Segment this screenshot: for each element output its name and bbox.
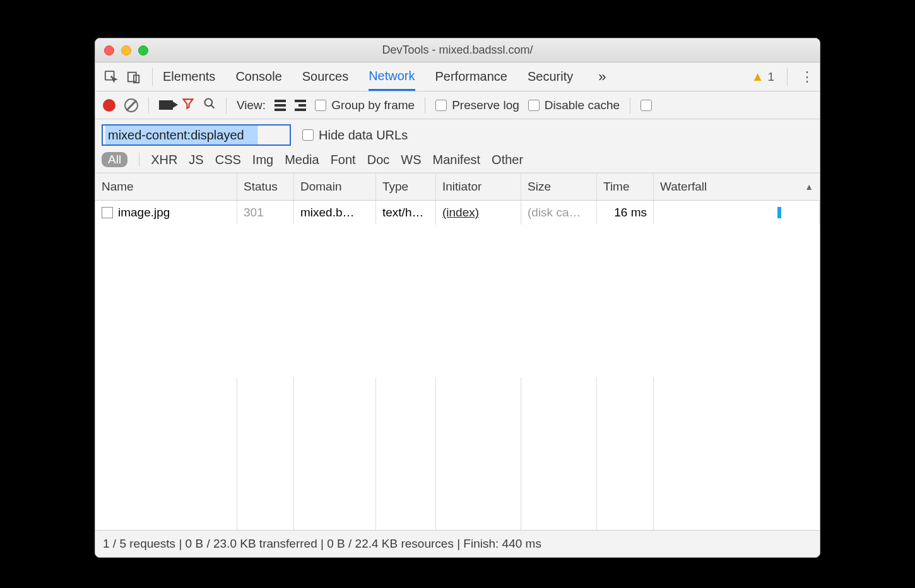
clear-button[interactable] <box>124 98 138 112</box>
col-size[interactable]: Size <box>521 173 597 200</box>
col-type[interactable]: Type <box>376 173 436 200</box>
disable-cache-checkbox[interactable]: Disable cache <box>528 98 620 112</box>
col-name[interactable]: Name <box>95 173 237 200</box>
status-bar: 1 / 5 requests | 0 B / 23.0 KB transferr… <box>95 530 820 557</box>
cell-status[interactable]: 301 <box>237 201 294 225</box>
col-initiator[interactable]: Initiator <box>436 173 521 200</box>
record-button[interactable] <box>103 99 115 112</box>
filter-pill-font[interactable]: Font <box>331 153 356 167</box>
filter-pill-xhr[interactable]: XHR <box>151 153 177 167</box>
view-label: View: <box>237 98 266 112</box>
titlebar: DevTools - mixed.badssl.com/ <box>95 38 820 62</box>
tab-security[interactable]: Security <box>528 62 573 91</box>
device-toolbar-icon[interactable] <box>126 69 142 85</box>
filter-pill-doc[interactable]: Doc <box>367 153 390 167</box>
filter-input[interactable] <box>102 124 291 146</box>
svg-line-4 <box>211 105 215 108</box>
tab-network[interactable]: Network <box>369 62 415 91</box>
cell-domain[interactable]: mixed.b… <box>294 201 376 225</box>
requests-table-header: Name Status Domain Type Initiator Size T… <box>95 173 820 201</box>
table-empty-area <box>95 377 820 530</box>
filter-pill-ws[interactable]: WS <box>401 153 421 167</box>
type-filter-pills: All XHR JS CSS Img Media Font Doc WS Man… <box>102 152 813 167</box>
svg-rect-1 <box>128 72 136 81</box>
large-rows-icon[interactable] <box>274 100 286 111</box>
cell-time[interactable]: 16 ms <box>597 201 654 225</box>
panel-tabs: Elements Console Sources Network Perform… <box>163 62 606 91</box>
preserve-log-checkbox[interactable]: Preserve log <box>435 98 519 112</box>
devtools-window: DevTools - mixed.badssl.com/ Elements Co… <box>95 38 820 558</box>
filter-bar: Hide data URLs All XHR JS CSS Img Media … <box>95 119 820 173</box>
tab-sources[interactable]: Sources <box>302 62 348 91</box>
settings-menu-button[interactable]: ⋮ <box>800 69 815 85</box>
screenshots-button[interactable] <box>159 100 173 110</box>
cell-waterfall[interactable] <box>654 201 820 225</box>
small-rows-icon[interactable] <box>295 100 306 111</box>
search-icon[interactable] <box>203 97 216 114</box>
tab-console[interactable]: Console <box>235 62 281 91</box>
tab-elements[interactable]: Elements <box>163 62 215 91</box>
filter-pill-manifest[interactable]: Manifest <box>432 153 480 167</box>
group-by-frame-checkbox[interactable]: Group by frame <box>315 98 415 112</box>
filter-pill-other[interactable]: Other <box>492 153 523 167</box>
tabs-overflow-button[interactable]: » <box>598 69 606 85</box>
col-status[interactable]: Status <box>237 173 294 200</box>
filter-pill-css[interactable]: CSS <box>215 153 241 167</box>
filter-icon[interactable] <box>182 97 194 114</box>
sort-asc-icon: ▲ <box>805 182 813 192</box>
requests-table-body: image.jpg 301 mixed.b… text/h… (index) (… <box>95 201 820 377</box>
tab-performance[interactable]: Performance <box>435 62 508 91</box>
col-time[interactable]: Time <box>597 173 654 200</box>
window-title: DevTools - mixed.badssl.com/ <box>95 44 820 57</box>
status-text: 1 / 5 requests | 0 B / 23.0 KB transferr… <box>103 537 541 550</box>
inspect-element-icon[interactable] <box>103 69 119 85</box>
filter-pill-img[interactable]: Img <box>252 153 273 167</box>
warnings-count: 1 <box>767 70 774 84</box>
filter-pill-media[interactable]: Media <box>285 153 319 167</box>
cell-name[interactable]: image.jpg <box>95 201 237 225</box>
offline-checkbox[interactable] <box>640 100 652 111</box>
svg-point-3 <box>205 98 213 106</box>
filter-pill-all[interactable]: All <box>102 152 127 167</box>
filter-pill-js[interactable]: JS <box>189 153 203 167</box>
file-icon <box>102 207 113 218</box>
cell-initiator[interactable]: (index) <box>436 201 521 225</box>
hide-data-urls-checkbox[interactable]: Hide data URLs <box>302 128 408 143</box>
network-toolbar: View: Group by frame Preserve log Disabl… <box>95 91 820 119</box>
waterfall-bar <box>777 207 781 218</box>
cell-size[interactable]: (disk ca… <box>521 201 597 225</box>
warning-icon: ▲ <box>752 69 764 84</box>
panel-tabbar: Elements Console Sources Network Perform… <box>95 62 820 91</box>
col-domain[interactable]: Domain <box>294 173 376 200</box>
cell-type[interactable]: text/h… <box>376 201 436 225</box>
warnings-badge[interactable]: ▲ 1 <box>752 69 774 84</box>
col-waterfall[interactable]: Waterfall▲ <box>654 173 820 200</box>
